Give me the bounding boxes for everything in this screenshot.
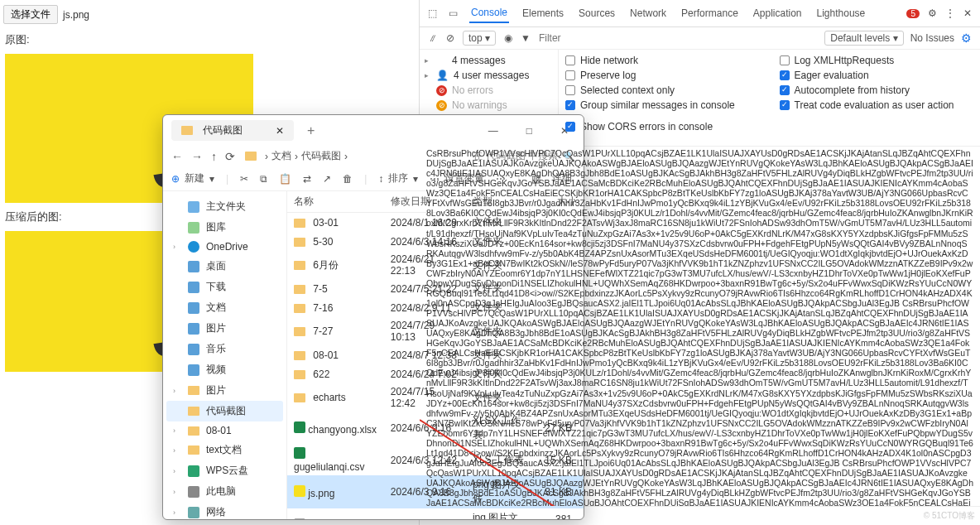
sidebar-item[interactable]: ›图片: [166, 380, 283, 401]
sidebar-item[interactable]: 图片: [166, 318, 283, 339]
filter-icon: ▼: [521, 32, 531, 44]
message-filter-row[interactable]: ▸4 messages: [425, 53, 553, 68]
watermark: © 51CTO博客: [924, 510, 975, 522]
devtools-tab[interactable]: Network: [628, 4, 668, 22]
file-type-icon: [294, 485, 305, 497]
file-type-icon: [294, 238, 305, 247]
toolbar-share[interactable]: ↗: [323, 173, 331, 185]
message-filter-row[interactable]: ⊘No errors: [425, 83, 553, 98]
sep: ›: [295, 151, 298, 162]
devtools-tab[interactable]: Lighthouse: [815, 4, 867, 22]
console-output-base64: CsRBrsuPhcfOWP1VVscHlVPC7QcQasW1PUrXLL10…: [420, 147, 980, 506]
console-option[interactable]: Group similar messages in console: [565, 99, 760, 111]
sidebar-item[interactable]: 音乐: [166, 339, 283, 359]
window-minimize-button[interactable]: —: [482, 122, 505, 140]
inspect-icon[interactable]: ⬚: [428, 7, 437, 19]
sep: ›: [344, 151, 348, 162]
file-type-icon: [294, 393, 305, 402]
devtools-tab[interactable]: Performance: [680, 4, 740, 22]
console-option[interactable]: Treat code evaluation as user action: [780, 99, 974, 111]
sidebar-item[interactable]: ›OneDrive: [166, 238, 283, 256]
console-option[interactable]: Hide network: [565, 55, 760, 66]
sidebar-item[interactable]: 图库: [166, 217, 283, 238]
file-type-icon: [294, 518, 305, 520]
nav-back-button[interactable]: ←: [171, 150, 183, 163]
sidebar-item[interactable]: 文档: [166, 297, 283, 318]
file-type-icon: [294, 421, 305, 433]
issues-indicator[interactable]: No Issues: [910, 32, 954, 44]
nav-up-button[interactable]: ↑: [211, 150, 217, 163]
settings-icon[interactable]: ⚙: [928, 7, 937, 19]
file-type-icon: [294, 285, 305, 294]
context-selector[interactable]: top ▾: [463, 31, 496, 46]
devtools-tab[interactable]: Console: [469, 3, 509, 23]
choose-file-button[interactable]: 选择文件: [3, 5, 58, 24]
console-option[interactable]: Eager evaluation: [780, 70, 974, 81]
explorer-tab[interactable]: 代码截图 ✕: [171, 120, 294, 141]
sidebar-item[interactable]: 代码截图: [166, 401, 283, 421]
toolbar-rename[interactable]: ⇄: [303, 173, 311, 185]
sidebar-item[interactable]: ›text文档: [166, 440, 283, 460]
sidebar-item[interactable]: 主文件夹: [166, 196, 283, 217]
file-type-icon: [294, 370, 305, 379]
toolbar-sort[interactable]: ↕排序 ▾: [378, 171, 418, 185]
sidebar-item[interactable]: 视频: [166, 359, 283, 380]
sidebar-toggle-icon[interactable]: ⫽: [428, 32, 438, 44]
log-levels-selector[interactable]: Default levels ▾: [824, 31, 903, 46]
console-option[interactable]: Autocomplete from history: [780, 84, 974, 96]
folder-icon: [181, 126, 193, 135]
console-settings-icon[interactable]: ⚙: [961, 31, 972, 45]
devtools-tab[interactable]: Sources: [577, 4, 617, 22]
file-type-icon: [294, 351, 305, 360]
devtools-tab[interactable]: Elements: [521, 4, 565, 22]
sidebar-item[interactable]: ›08-01: [166, 421, 283, 440]
filter-input[interactable]: [539, 32, 605, 44]
devtools-tab[interactable]: Application: [752, 4, 804, 22]
file-type-icon: [294, 447, 305, 459]
device-icon[interactable]: ▭: [449, 7, 458, 19]
opt-show-cors[interactable]: Show CORS errors in console: [565, 121, 973, 132]
toolbar-paste[interactable]: 📋: [279, 173, 291, 185]
file-type-icon: [294, 261, 305, 270]
toolbar-copy[interactable]: ⧉: [260, 173, 267, 185]
new-tab-button[interactable]: +: [300, 123, 321, 138]
chosen-filename: js.png: [63, 9, 89, 21]
nav-forward-button[interactable]: →: [191, 150, 203, 163]
folder-icon: [245, 152, 257, 161]
original-label: 原图:: [0, 29, 419, 51]
devtools-close-icon[interactable]: ✕: [963, 7, 972, 19]
breadcrumb[interactable]: › 文档 › 代码截图 ›: [245, 149, 348, 163]
toolbar-delete[interactable]: 🗑: [343, 173, 353, 185]
window-maximize-button[interactable]: □: [520, 122, 539, 140]
message-filter-row[interactable]: ▸👤4 user messages: [425, 68, 553, 83]
tab-close-icon[interactable]: ✕: [276, 125, 284, 137]
file-type-icon: [294, 327, 305, 336]
sidebar-item[interactable]: 下载: [166, 277, 283, 297]
console-option[interactable]: Log XMLHttpRequests: [780, 55, 974, 66]
toolbar-new[interactable]: ⊕新建 ▾: [171, 171, 214, 185]
file-type-icon: [294, 304, 305, 313]
more-icon[interactable]: ⋮: [945, 7, 955, 19]
console-option[interactable]: Selected context only: [565, 84, 760, 96]
message-filter-row[interactable]: ⊘No warnings: [425, 98, 553, 113]
clear-console-icon[interactable]: ⊘: [446, 32, 454, 44]
sidebar-item[interactable]: ›网络: [166, 502, 283, 519]
sep: ›: [265, 151, 268, 162]
sidebar-item[interactable]: 桌面: [166, 256, 283, 277]
sidebar-item[interactable]: ›此电脑: [166, 481, 283, 502]
sidebar-item[interactable]: ›WPS云盘: [166, 460, 283, 481]
table-row[interactable]: usezhe.jpg2024/8/5 20:01jpg 图片文件381 KB: [287, 508, 584, 519]
error-badge: 5: [906, 9, 920, 18]
nav-refresh-button[interactable]: ⟳: [225, 150, 235, 163]
toolbar-cut[interactable]: ✂: [240, 173, 248, 185]
col-name[interactable]: 名称: [287, 191, 384, 213]
file-type-icon: [294, 219, 305, 228]
console-option[interactable]: Preserve log: [565, 70, 760, 81]
live-expression-icon[interactable]: ◉: [504, 32, 512, 44]
